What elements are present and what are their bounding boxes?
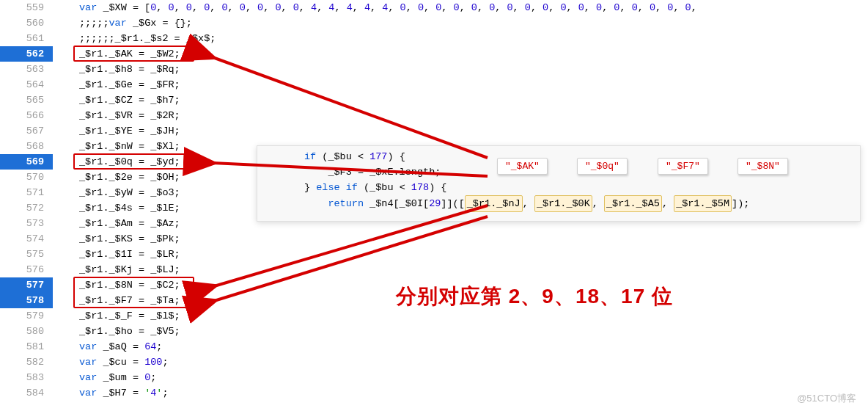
line-number: 564	[0, 77, 53, 92]
line-number: 576	[0, 262, 53, 277]
tooltip-3: "_$F7"	[658, 158, 708, 175]
line-number: 568	[0, 139, 53, 154]
code-line[interactable]: var _$H7 = '4';	[53, 385, 868, 401]
code-line[interactable]: _$r1._$h8 = _$Rq;	[53, 62, 868, 77]
code-line[interactable]: ;;;;;var _$Gx = {};	[53, 15, 868, 31]
line-number: 584	[0, 385, 53, 401]
tooltip-4: "_$8N"	[738, 158, 788, 175]
code-popup: if (_$bu < 177) { _$F3 = _$xE.length; } …	[257, 145, 861, 222]
code-line[interactable]: _$r1._$Ge = _$FR;	[53, 77, 868, 92]
chip-1: _$r1._$nJ	[465, 195, 523, 212]
chip-4: _$r1._$5M	[674, 195, 732, 212]
line-number: 562	[0, 46, 53, 62]
line-number: 561	[0, 31, 53, 46]
line-number: 574	[0, 231, 53, 247]
code-line[interactable]: _$r1._$_F = _$l$;	[53, 308, 868, 324]
annotation-text: 分别对应第 2、9、18、17 位	[396, 283, 673, 310]
line-number: 567	[0, 123, 53, 139]
code-line[interactable]: _$r1._$VR = _$2R;	[53, 108, 868, 123]
line-number: 572	[0, 200, 53, 216]
tooltip-1: "_$AK"	[497, 158, 548, 175]
watermark: @51CTO博客	[797, 392, 856, 405]
line-number: 566	[0, 108, 53, 123]
line-number: 569	[0, 154, 53, 170]
popup-line-3: } else if (_$bu < 178) {	[257, 180, 860, 195]
line-number: 571	[0, 185, 53, 200]
line-number: 582	[0, 354, 53, 370]
code-line[interactable]: var _$XW = [0, 0, 0, 0, 0, 0, 0, 0, 0, 4…	[53, 0, 868, 15]
chip-3: _$r1._$A5	[604, 195, 662, 212]
line-number: 563	[0, 62, 53, 77]
code-line[interactable]: var _$aQ = 64;	[53, 339, 868, 354]
line-number: 579	[0, 308, 53, 324]
code-line[interactable]: _$r1._$1I = _$LR;	[53, 247, 868, 262]
line-number: 578	[0, 293, 53, 308]
line-number: 580	[0, 324, 53, 339]
line-number-gutter: 5595605615625635645655665675685695705715…	[0, 0, 53, 411]
chip-2: _$r1._$0K	[534, 195, 592, 212]
code-line[interactable]: var _$um = 0;	[53, 370, 868, 385]
code-line[interactable]: _$r1._$Kj = _$LJ;	[53, 262, 868, 277]
line-number: 573	[0, 216, 53, 231]
code-line[interactable]: _$r1._$ho = _$V5;	[53, 324, 868, 339]
line-number: 559	[0, 0, 53, 15]
code-line[interactable]: _$r1._$CZ = _$h7;	[53, 92, 868, 108]
tooltip-2: "_$0q"	[577, 158, 628, 175]
code-line[interactable]: _$r1._$KS = _$Pk;	[53, 231, 868, 247]
line-number: 583	[0, 370, 53, 385]
code-line[interactable]: ;;;;;;_$r1._$s2 = _$x$;	[53, 31, 868, 46]
code-line[interactable]: _$r1._$YE = _$JH;	[53, 123, 868, 139]
popup-line-4: return _$n4[_$0I[29]]([_$r1._$nJ, _$r1._…	[257, 195, 860, 211]
code-line[interactable]: _$r1._$AK = _$W2;	[53, 46, 868, 62]
line-number: 581	[0, 339, 53, 354]
line-number: 560	[0, 15, 53, 31]
line-number: 570	[0, 170, 53, 185]
code-line[interactable]: var _$cu = 100;	[53, 354, 868, 370]
line-number: 565	[0, 92, 53, 108]
line-number: 577	[0, 277, 53, 293]
line-number: 575	[0, 247, 53, 262]
